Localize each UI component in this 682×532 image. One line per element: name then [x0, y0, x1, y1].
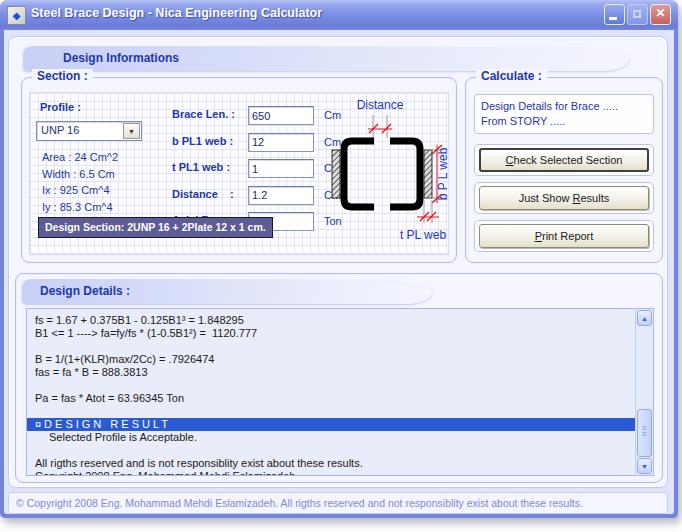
profile-dropdown-value: UNP 16 — [41, 124, 79, 136]
details-line: All rigths reserved and is not responsib… — [35, 457, 636, 470]
check-selected-section-button-frame: Check Selected Section — [474, 144, 654, 176]
details-line: fas = fa * B = 888.3813 — [35, 366, 636, 379]
chevron-down-icon[interactable]: ▼ — [123, 123, 140, 139]
brace-length-input[interactable] — [248, 106, 314, 125]
design-section-bar: Design Section: 2UNP 16 + 2Plate 12 x 1 … — [38, 217, 273, 238]
details-line — [35, 340, 636, 353]
details-line: fs = 1.67 + 0.375B1 - 0.125B1³ = 1.84829… — [35, 314, 636, 327]
calc-info-box: Design Details for Brace ..... From STOR… — [474, 94, 654, 134]
diamond-icon: ◆ — [13, 10, 21, 21]
details-text: fs = 1.67 + 0.375B1 - 0.125B1³ = 1.84829… — [27, 309, 636, 475]
scroll-up-icon[interactable]: ▲ — [637, 310, 652, 326]
details-line — [35, 405, 636, 418]
distance-label: Distance : — [172, 188, 234, 200]
brace-length-label: Brace Len. : — [172, 108, 235, 120]
profile-properties: Area : 24 Cm^2Width : 6.5 CmIx : 925 Cm^… — [42, 149, 118, 215]
t-pl1-web-input[interactable] — [248, 159, 314, 178]
app-window: ◆ Steel Brace Design - Nica Engineering … — [0, 0, 678, 518]
design-details-title: Design Details : — [22, 284, 130, 298]
design-informations-header: Design Informations — [23, 45, 629, 71]
diagram-label-distance: Distance — [357, 98, 404, 112]
details-scrollbar[interactable]: ▲ ▼ — [635, 309, 653, 475]
scroll-down-icon[interactable]: ▼ — [637, 458, 652, 474]
section-property: Area : 24 Cm^2 — [42, 149, 118, 166]
design-informations-title: Design Informations — [23, 51, 179, 65]
section-property: Width : 6.5 Cm — [42, 166, 118, 183]
calculate-group: Calculate : Design Details for Brace ...… — [465, 77, 663, 263]
design-result-line: ¤DESIGN RESULT — [27, 418, 636, 431]
close-button[interactable] — [650, 4, 671, 25]
design-details-header: Design Details : — [22, 278, 432, 304]
check-selected-section-button[interactable]: Check Selected Section — [479, 148, 649, 172]
profile-label: Profile : — [40, 101, 81, 113]
app-icon: ◆ — [7, 6, 26, 25]
details-line: B = 1/(1+(KLR)max/2Cc) = .7926474 — [35, 353, 636, 366]
status-bar: © Copyright 2008 Eng. Mohammad Mehdi Esl… — [8, 492, 668, 514]
minimize-button[interactable] — [604, 4, 625, 25]
b-pl1-web-input[interactable] — [248, 133, 314, 152]
details-line: Copyright 2008 Eng. Mohammad Mehdi Eslam… — [35, 470, 636, 475]
calc-info-line-1: Design Details for Brace ..... — [481, 99, 647, 114]
details-line: B1 <= 1 ----> fa=fy/fs * (1-0.5B1²) = 11… — [35, 327, 636, 340]
calculate-group-label: Calculate : — [476, 69, 547, 83]
status-text: © Copyright 2008 Eng. Mohammad Mehdi Esl… — [9, 493, 667, 513]
design-details-textbox[interactable]: fs = 1.67 + 0.375B1 - 0.125B1³ = 1.84829… — [26, 308, 654, 476]
section-diagram: Distance b P L web t PL web — [316, 93, 450, 253]
profile-dropdown[interactable]: UNP 16 ▼ — [36, 121, 142, 141]
left-plate — [332, 150, 340, 198]
title-bar[interactable]: ◆ Steel Brace Design - Nica Engineering … — [0, 0, 678, 30]
calc-info-line-2: From STORY ..... — [481, 114, 647, 129]
scrollbar-thumb[interactable] — [637, 409, 652, 457]
section-property: Iy : 85.3 Cm^4 — [42, 199, 118, 216]
diagram-label-b-pl-web: b P L web — [436, 147, 450, 200]
maximize-button — [627, 4, 648, 25]
details-line: Selected Profile is Acceptable. — [35, 431, 636, 444]
details-line — [35, 379, 636, 392]
details-line: Pa = fas * Atot = 63.96345 Ton — [35, 392, 636, 405]
client-area: Design Informations Section : Profile : … — [4, 30, 674, 514]
details-line — [35, 444, 636, 457]
design-details-group: Design Details : fs = 1.67 + 0.375B1 - 0… — [15, 273, 663, 483]
section-group-label: Section : — [32, 69, 93, 83]
section-grid-area: Profile : UNP 16 ▼ Area : 24 Cm^2Width :… — [29, 92, 449, 255]
section-property: Ix : 925 Cm^4 — [42, 182, 118, 199]
section-group: Section : Profile : UNP 16 ▼ Area : 24 C… — [21, 77, 457, 263]
distance-input[interactable] — [248, 186, 314, 205]
b-pl1-web-label: b PL1 web : — [172, 135, 233, 147]
right-plate — [424, 150, 432, 198]
diagram-label-t-pl-web: t PL web — [400, 228, 447, 242]
window-title: Steel Brace Design - Nica Engineering Ca… — [31, 6, 322, 20]
t-pl1-web-label: t PL1 web : — [172, 161, 230, 173]
just-show-results-button-frame: Just Show Results — [474, 182, 654, 214]
main-panel: Design Informations Section : Profile : … — [8, 36, 668, 488]
just-show-results-button[interactable]: Just Show Results — [479, 186, 649, 210]
print-report-button-frame: Print Report — [474, 220, 654, 252]
print-report-button[interactable]: Print Report — [479, 224, 649, 248]
